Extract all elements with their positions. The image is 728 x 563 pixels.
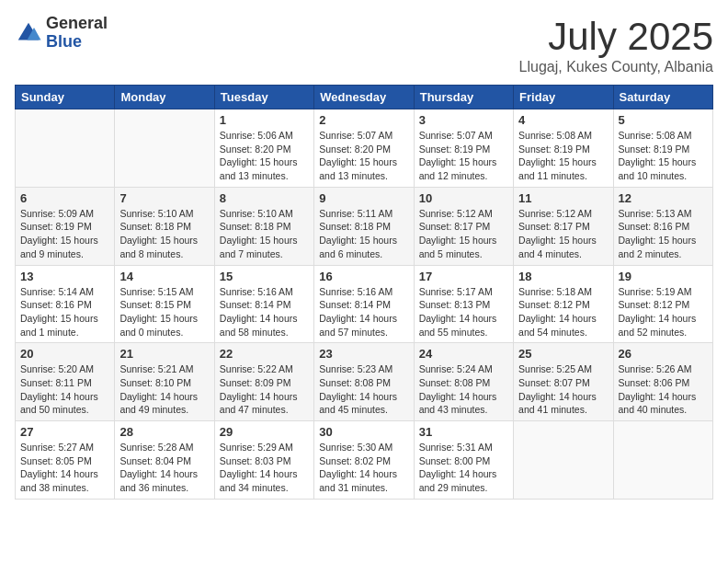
calendar-day-cell: 1Sunrise: 5:06 AMSunset: 8:20 PMDaylight…: [214, 109, 313, 188]
calendar-day-cell: 23Sunrise: 5:23 AMSunset: 8:08 PMDayligh…: [314, 343, 414, 421]
day-info: Sunrise: 5:10 AMSunset: 8:18 PMDaylight:…: [119, 207, 209, 261]
location-subtitle: Llugaj, Kukes County, Albania: [519, 59, 713, 75]
calendar-day-cell: 24Sunrise: 5:24 AMSunset: 8:08 PMDayligh…: [414, 343, 513, 421]
calendar-header-saturday: Saturday: [613, 86, 712, 109]
day-info: Sunrise: 5:14 AMSunset: 8:16 PMDaylight:…: [20, 285, 109, 339]
day-number: 21: [119, 347, 209, 361]
day-number: 14: [119, 270, 209, 283]
calendar-day-cell: 30Sunrise: 5:30 AMSunset: 8:02 PMDayligh…: [314, 421, 414, 500]
day-number: 7: [119, 191, 209, 205]
calendar-day-cell: 7Sunrise: 5:10 AMSunset: 8:18 PMDaylight…: [115, 187, 214, 265]
day-info: Sunrise: 5:06 AMSunset: 8:20 PMDaylight:…: [220, 129, 309, 183]
day-number: 12: [619, 191, 708, 205]
day-info: Sunrise: 5:21 AMSunset: 8:10 PMDaylight:…: [119, 362, 209, 417]
calendar-day-cell: 3Sunrise: 5:07 AMSunset: 8:19 PMDaylight…: [414, 109, 513, 188]
calendar-header-monday: Monday: [115, 86, 214, 109]
calendar-day-cell: [16, 109, 115, 188]
day-info: Sunrise: 5:16 AMSunset: 8:14 PMDaylight:…: [220, 285, 309, 339]
day-number: 15: [220, 270, 309, 283]
day-number: 30: [319, 425, 408, 439]
day-number: 22: [220, 347, 309, 361]
day-info: Sunrise: 5:26 AMSunset: 8:06 PMDaylight:…: [619, 362, 708, 417]
calendar-header-thursday: Thursday: [414, 86, 513, 109]
day-info: Sunrise: 5:08 AMSunset: 8:19 PMDaylight:…: [518, 129, 608, 183]
calendar-day-cell: 11Sunrise: 5:12 AMSunset: 8:17 PMDayligh…: [514, 187, 613, 265]
day-number: 20: [20, 347, 109, 361]
day-number: 1: [220, 113, 309, 127]
day-info: Sunrise: 5:25 AMSunset: 8:07 PMDaylight:…: [518, 362, 608, 417]
day-number: 8: [220, 191, 309, 205]
calendar-header-sunday: Sunday: [16, 86, 115, 109]
calendar-day-cell: 15Sunrise: 5:16 AMSunset: 8:14 PMDayligh…: [214, 265, 313, 343]
day-number: 29: [220, 425, 309, 439]
calendar-week-5: 27Sunrise: 5:27 AMSunset: 8:05 PMDayligh…: [16, 421, 713, 500]
calendar-day-cell: [115, 109, 214, 188]
calendar-day-cell: 10Sunrise: 5:12 AMSunset: 8:17 PMDayligh…: [414, 187, 513, 265]
day-info: Sunrise: 5:27 AMSunset: 8:05 PMDaylight:…: [20, 441, 109, 495]
day-number: 25: [518, 347, 608, 361]
day-number: 13: [20, 270, 109, 283]
day-info: Sunrise: 5:30 AMSunset: 8:02 PMDaylight:…: [319, 441, 408, 495]
calendar-week-4: 20Sunrise: 5:20 AMSunset: 8:11 PMDayligh…: [16, 343, 713, 421]
day-number: 23: [319, 347, 408, 361]
day-number: 16: [319, 270, 408, 283]
calendar-day-cell: 27Sunrise: 5:27 AMSunset: 8:05 PMDayligh…: [16, 421, 115, 500]
calendar-day-cell: 18Sunrise: 5:18 AMSunset: 8:12 PMDayligh…: [514, 265, 613, 343]
day-info: Sunrise: 5:18 AMSunset: 8:12 PMDaylight:…: [518, 285, 608, 339]
calendar-table: SundayMondayTuesdayWednesdayThursdayFrid…: [15, 85, 713, 500]
day-number: 3: [419, 113, 508, 127]
calendar-day-cell: 25Sunrise: 5:25 AMSunset: 8:07 PMDayligh…: [514, 343, 613, 421]
day-number: 11: [518, 191, 608, 205]
day-info: Sunrise: 5:07 AMSunset: 8:19 PMDaylight:…: [419, 129, 508, 183]
calendar-day-cell: 20Sunrise: 5:20 AMSunset: 8:11 PMDayligh…: [16, 343, 115, 421]
day-number: 9: [319, 191, 408, 205]
day-info: Sunrise: 5:22 AMSunset: 8:09 PMDaylight:…: [220, 362, 309, 417]
title-area: July 2025 Llugaj, Kukes County, Albania: [519, 15, 713, 75]
logo: General Blue: [15, 15, 108, 52]
day-info: Sunrise: 5:15 AMSunset: 8:15 PMDaylight:…: [119, 285, 209, 339]
day-number: 6: [20, 191, 109, 205]
day-info: Sunrise: 5:31 AMSunset: 8:00 PMDaylight:…: [419, 441, 508, 495]
calendar-header-wednesday: Wednesday: [314, 86, 414, 109]
calendar-day-cell: 28Sunrise: 5:28 AMSunset: 8:04 PMDayligh…: [115, 421, 214, 500]
day-number: 26: [619, 347, 708, 361]
day-info: Sunrise: 5:12 AMSunset: 8:17 PMDaylight:…: [518, 207, 608, 261]
calendar-day-cell: 26Sunrise: 5:26 AMSunset: 8:06 PMDayligh…: [613, 343, 712, 421]
calendar-week-1: 1Sunrise: 5:06 AMSunset: 8:20 PMDaylight…: [16, 109, 713, 188]
day-info: Sunrise: 5:28 AMSunset: 8:04 PMDaylight:…: [119, 441, 209, 495]
day-number: 27: [20, 425, 109, 439]
calendar-day-cell: 17Sunrise: 5:17 AMSunset: 8:13 PMDayligh…: [414, 265, 513, 343]
day-info: Sunrise: 5:24 AMSunset: 8:08 PMDaylight:…: [419, 362, 508, 417]
day-number: 24: [419, 347, 508, 361]
calendar-day-cell: 21Sunrise: 5:21 AMSunset: 8:10 PMDayligh…: [115, 343, 214, 421]
day-number: 5: [619, 113, 708, 127]
calendar-day-cell: [514, 421, 613, 500]
day-number: 2: [319, 113, 408, 127]
calendar-day-cell: 29Sunrise: 5:29 AMSunset: 8:03 PMDayligh…: [214, 421, 313, 500]
day-info: Sunrise: 5:20 AMSunset: 8:11 PMDaylight:…: [20, 362, 109, 417]
calendar-day-cell: 2Sunrise: 5:07 AMSunset: 8:20 PMDaylight…: [314, 109, 414, 188]
calendar-header-friday: Friday: [514, 86, 613, 109]
day-info: Sunrise: 5:11 AMSunset: 8:18 PMDaylight:…: [319, 207, 408, 261]
day-info: Sunrise: 5:07 AMSunset: 8:20 PMDaylight:…: [319, 129, 408, 183]
logo-icon: [15, 19, 42, 47]
calendar-day-cell: 12Sunrise: 5:13 AMSunset: 8:16 PMDayligh…: [613, 187, 712, 265]
calendar-day-cell: 8Sunrise: 5:10 AMSunset: 8:18 PMDaylight…: [214, 187, 313, 265]
header: General Blue July 2025 Llugaj, Kukes Cou…: [15, 15, 713, 75]
calendar-day-cell: [613, 421, 712, 500]
day-number: 19: [619, 270, 708, 283]
day-info: Sunrise: 5:08 AMSunset: 8:19 PMDaylight:…: [619, 129, 708, 183]
calendar-day-cell: 9Sunrise: 5:11 AMSunset: 8:18 PMDaylight…: [314, 187, 414, 265]
day-info: Sunrise: 5:10 AMSunset: 8:18 PMDaylight:…: [220, 207, 309, 261]
logo-blue-text: Blue: [46, 33, 108, 52]
day-number: 4: [518, 113, 608, 127]
day-number: 10: [419, 191, 508, 205]
calendar-day-cell: 14Sunrise: 5:15 AMSunset: 8:15 PMDayligh…: [115, 265, 214, 343]
day-info: Sunrise: 5:17 AMSunset: 8:13 PMDaylight:…: [419, 285, 508, 339]
day-info: Sunrise: 5:13 AMSunset: 8:16 PMDaylight:…: [619, 207, 708, 261]
calendar-week-2: 6Sunrise: 5:09 AMSunset: 8:19 PMDaylight…: [16, 187, 713, 265]
calendar-day-cell: 19Sunrise: 5:19 AMSunset: 8:12 PMDayligh…: [613, 265, 712, 343]
day-info: Sunrise: 5:19 AMSunset: 8:12 PMDaylight:…: [619, 285, 708, 339]
calendar-week-3: 13Sunrise: 5:14 AMSunset: 8:16 PMDayligh…: [16, 265, 713, 343]
day-number: 28: [119, 425, 209, 439]
